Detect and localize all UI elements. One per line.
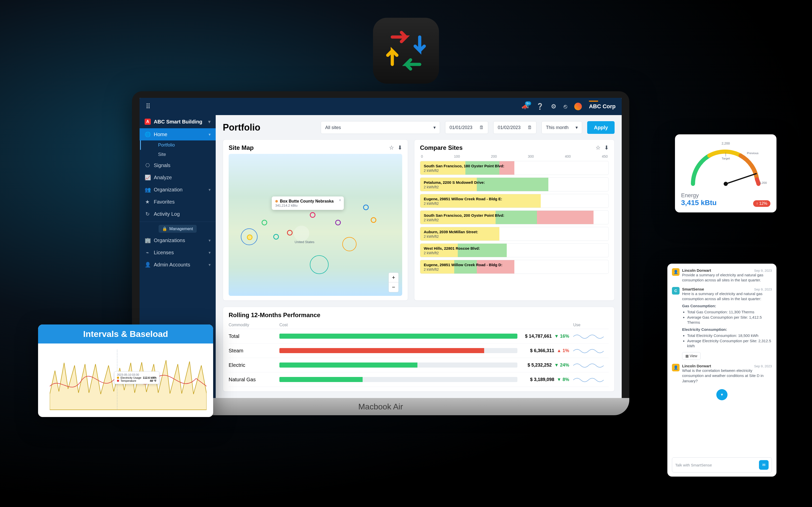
sites-filter[interactable]: All sites ▾ [321,121,440,134]
calendar-icon: 🗓 [479,125,484,130]
chat-message: 👤 Lincoln DorwartSep 9, 2023What is the … [672,364,772,384]
sidebar-item-label: Admin Accounts [154,262,190,268]
settings-icon[interactable]: ⚙ [551,103,556,110]
sidebar-sub-portfolio[interactable]: Portfolio [140,140,216,150]
sidebar-item-organization[interactable]: 👥 Organization ▾ [140,183,216,196]
compare-axis: 0100 200300 400450 [420,154,609,161]
svg-text:Previous: Previous [747,151,758,155]
chat-input[interactable]: Talk with SmartSense ✉ [672,457,772,472]
gauge-label: Energy [681,192,770,199]
sidebar-item-label: Activity Log [154,211,180,217]
svg-point-2 [724,182,728,186]
globe-icon: 🌐 [145,131,150,137]
help-icon[interactable]: ❔ [536,103,544,110]
star-outline-icon[interactable]: ☆ [389,145,394,151]
brand-name[interactable]: ABC Corp [589,103,616,110]
sidebar-item-signals[interactable]: ⎔ Signals [140,159,216,171]
map-country-label: United States [295,240,314,244]
chevron-down-icon: ▾ [209,250,211,255]
gauge-delta: ↑ 12% [753,200,770,207]
chevron-down-icon: ▾ [209,262,211,267]
analyze-icon: 📈 [145,174,150,180]
card-chat: 👤 Lincoln DorwartSep 9, 2023Provide a su… [667,264,776,476]
sidebar-item-label: Licenses [154,250,174,256]
clock-icon: ↻ [145,211,150,217]
intervals-tooltip: 2023-05-10 03:30 Electricity Usage 112.6… [114,372,159,384]
period-picker[interactable]: This month ▾ [542,121,582,134]
card-intervals: Intervals & Baseload 2023-05-10 03:30 El… [38,325,213,417]
apps-grid-icon[interactable]: ⠿ [146,103,150,110]
map-marker[interactable] [371,217,376,223]
sidebar-item-licenses[interactable]: ⌁ Licenses ▾ [140,246,216,259]
compare-row[interactable]: South San Francisco, 180 Oyster Point Bl… [420,161,609,175]
compare-row[interactable]: South San Francisco, 200 Oyster Point Bl… [420,210,609,224]
compare-row[interactable]: Auburn, 2039 McMillan Street:2 kWh/ft2 [420,227,609,241]
sidebar-item-favorites[interactable]: ★ Favorites [140,196,216,208]
svg-text:Target: Target [722,157,730,160]
main-content: Portfolio All sites ▾ 01/01/2023 🗓 01/02… [216,115,622,398]
notifications-icon[interactable]: 📣9+ [521,103,529,110]
zoom-out-button[interactable]: − [389,282,398,292]
download-icon[interactable]: ⬇︎ [398,145,402,151]
column-header: Commodity [229,323,280,327]
scroll-down-button[interactable]: ▾ [716,389,727,400]
sidebar-item-label: Home [154,131,167,137]
sidebar-item-label: Organization [154,187,183,193]
sidebar-item-home[interactable]: 🌐 Home ▾ [140,128,216,140]
compare-row[interactable]: Eugene, 29851 Willow Creek Road - Bldg E… [420,194,609,208]
star-icon: ★ [145,199,150,205]
sidebar-item-label: Analyze [154,175,172,180]
tenant-picker[interactable]: A ABC Smart Building ▾ [140,115,216,128]
map-marker[interactable] [363,205,369,210]
rolling-row: Steam $ 6,366,311▲ 1% [229,343,609,358]
sidebar-sub-site[interactable]: Site [140,150,216,159]
map-marker[interactable] [247,234,252,240]
zoom-in-button[interactable]: + [389,273,398,282]
view-button[interactable]: ▦ View [682,352,701,360]
sidebar-item-label: Signals [154,163,170,168]
date-to[interactable]: 01/02/2023 🗓 [493,121,537,134]
card-site-map: Site Map ☆ ⬇︎ [223,139,408,301]
map-marker[interactable] [262,220,267,225]
star-outline-icon[interactable]: ☆ [596,145,601,151]
card-title: Compare Sites [420,144,463,151]
date-from[interactable]: 01/01/2023 🗓 [445,121,488,134]
compare-row[interactable]: West Hills, 22801 Roscoe Blvd:2 kWh/ft2 [420,243,609,257]
download-icon[interactable]: ⬇︎ [604,145,609,151]
close-icon[interactable]: × [339,198,341,203]
user-icon: 👤 [145,262,150,268]
gauge-value: 3,415 kBtu [681,199,717,207]
chevron-down-icon: ▾ [208,119,211,125]
sidebar-item-activity[interactable]: ↻ Activity Log [140,208,216,220]
map-marker[interactable] [310,212,315,218]
send-icon[interactable]: ✉ [759,460,769,470]
tenant-icon: A [145,119,151,125]
sidebar-item-organizations[interactable]: 🏢 Organizations ▾ [140,234,216,246]
rolling-row: Total $ 14,787,661▼ 16% [229,329,609,343]
map-marker[interactable] [273,234,279,239]
chat-message: 👤 Lincoln DorwartSep 9, 2023Provide a su… [672,268,772,283]
column-header: Use [573,323,609,327]
compare-row[interactable]: Petaluma, 2200 S Mcdowell Drive:2 kWh/ft… [420,177,609,191]
chevron-down-icon: ▾ [209,238,211,243]
compare-row[interactable]: Eugene, 29851 Willow Creek Road - Bldg D… [420,260,609,274]
sidebar-item-admin-accounts[interactable]: 👤 Admin Accounts ▾ [140,259,216,271]
lock-icon: 🔒 [162,226,167,231]
intervals-title: Intervals & Baseload [38,325,213,343]
rolling-row: Natural Gas $ 3,189,098▼ 8% [229,373,609,387]
svg-text:6,200: 6,200 [759,181,767,184]
svg-line-1 [726,173,757,184]
sidebar-divider [140,222,216,222]
avatar[interactable] [574,103,582,110]
map[interactable]: United States × Box Butte County Nebrask… [229,154,402,296]
map-marker[interactable] [287,230,293,235]
map-zoom: + − [389,273,399,292]
logout-icon[interactable]: ⎋ [564,103,567,110]
column-header: Cost [280,323,517,327]
map-marker[interactable] [335,220,341,225]
card-title: Site Map [229,144,254,151]
card-compare-sites: Compare Sites ☆ ⬇︎ 0100 200300 400450 So… [414,139,615,301]
rolling-row: Electric $ 5,232,252▼ 24% [229,358,609,373]
sidebar-item-analyze[interactable]: 📈 Analyze [140,171,216,183]
apply-button[interactable]: Apply [587,121,615,134]
